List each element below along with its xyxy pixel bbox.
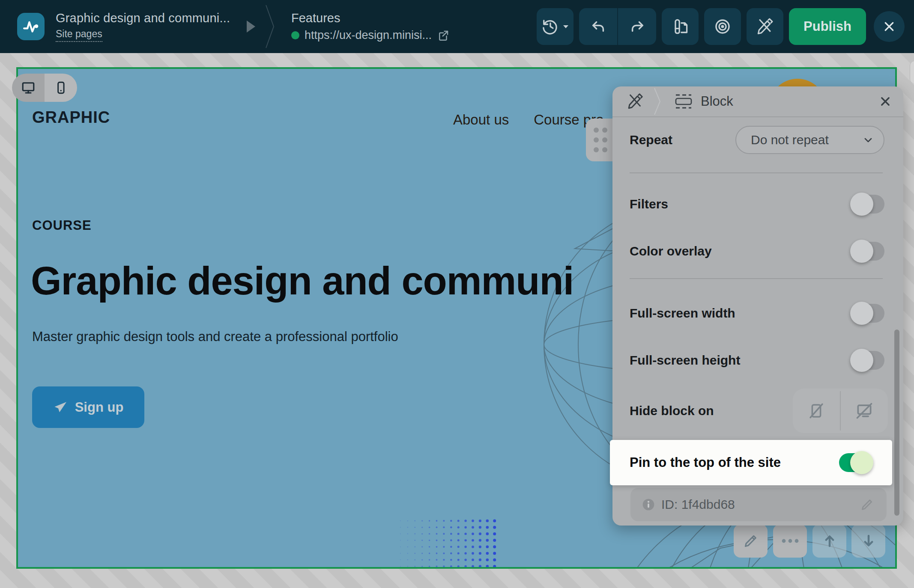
- hide-block-device-buttons: [793, 389, 888, 433]
- block-settings-panel: Block Repeat Do not repeat Filters Color…: [612, 86, 903, 526]
- external-link-icon[interactable]: [437, 29, 450, 42]
- history-icon: [541, 18, 559, 36]
- repeat-value: Do not repeat: [751, 133, 862, 147]
- panel-divider: [630, 278, 883, 279]
- design-tools-button[interactable]: [747, 8, 783, 45]
- block-icon: [673, 93, 694, 110]
- page-meta: Features https://ux-design.minisi...: [291, 11, 450, 42]
- sign-up-label: Sign up: [75, 400, 124, 415]
- panel-scrollbar[interactable]: [894, 330, 899, 516]
- page-name: Features: [291, 11, 450, 25]
- site-title: Graphic design and communi...: [56, 11, 244, 25]
- panel-breadcrumb-chevron-icon: [654, 87, 662, 116]
- redo-button[interactable]: [618, 8, 656, 45]
- undo-icon: [589, 18, 607, 36]
- fullscreen-width-row: Full-screen width: [630, 298, 884, 328]
- design-copy-icon: [671, 17, 690, 36]
- desktop-preview-button[interactable]: [12, 74, 45, 102]
- filters-label: Filters: [630, 197, 668, 211]
- color-overlay-toggle[interactable]: [852, 242, 884, 261]
- fullscreen-height-row: Full-screen height: [630, 345, 884, 375]
- dot-grid-decor: [400, 520, 496, 567]
- more-dots-icon: [781, 538, 800, 544]
- copy-style-button[interactable]: [662, 8, 699, 45]
- history-button[interactable]: [537, 8, 573, 45]
- fullscreen-height-label: Full-screen height: [630, 353, 740, 368]
- block-move-up-button[interactable]: [812, 524, 846, 558]
- info-icon: [642, 498, 655, 511]
- hero-kicker: COURSE: [32, 218, 92, 233]
- paper-plane-icon: [53, 400, 68, 415]
- block-move-down-button[interactable]: [851, 524, 885, 558]
- hero-subtitle[interactable]: Master graphic design tools and create a…: [32, 329, 398, 344]
- edit-id-pencil-icon[interactable]: [859, 497, 875, 512]
- hide-block-label: Hide block on: [630, 404, 714, 418]
- close-icon: [883, 20, 896, 33]
- device-preview-toggle: [12, 74, 77, 102]
- undo-redo-group: [579, 8, 656, 45]
- filters-row: Filters: [630, 189, 884, 219]
- hidden-panel-edge[interactable]: [910, 61, 914, 83]
- panel-title: Block: [701, 94, 733, 109]
- desktop-slash-icon: [855, 401, 874, 420]
- pin-to-top-toggle[interactable]: [839, 453, 872, 472]
- sign-up-button[interactable]: Sign up: [32, 386, 144, 428]
- repeat-row: Repeat Do not repeat: [630, 126, 884, 154]
- editor-close-button[interactable]: [874, 11, 905, 42]
- panel-divider: [630, 172, 883, 173]
- site-nav: About us Course pro: [453, 112, 604, 128]
- fullscreen-width-toggle[interactable]: [852, 304, 884, 323]
- design-tools-icon: [756, 17, 774, 36]
- site-meta: Graphic design and communi... Site pages: [56, 11, 244, 42]
- published-status-dot: [291, 31, 299, 39]
- app-logo[interactable]: [17, 13, 45, 40]
- editor-header: Graphic design and communi... Site pages…: [0, 0, 914, 53]
- block-id-text: ID: 1f4dbd68: [661, 497, 859, 512]
- arrow-down-icon: [861, 533, 876, 549]
- fullscreen-height-toggle[interactable]: [852, 351, 884, 370]
- breadcrumb-triangle-icon: [247, 21, 255, 33]
- pulse-logo-icon: [21, 17, 41, 36]
- pin-to-top-label: Pin to the top of the site: [630, 455, 839, 470]
- mobile-icon: [54, 80, 68, 95]
- desktop-icon: [21, 80, 36, 95]
- arrow-up-icon: [822, 533, 837, 549]
- publish-button[interactable]: Publish: [789, 8, 866, 45]
- site-pages-link[interactable]: Site pages: [56, 28, 102, 42]
- panel-close-button[interactable]: [879, 95, 891, 107]
- mobile-preview-button[interactable]: [45, 74, 77, 102]
- block-edit-button[interactable]: [734, 524, 768, 558]
- panel-header: Block: [612, 86, 903, 117]
- site-logo-text[interactable]: GRAPHIC: [32, 108, 110, 127]
- filters-toggle[interactable]: [852, 195, 884, 214]
- redo-icon: [628, 18, 646, 36]
- hero-heading[interactable]: Graphic design and communi: [31, 258, 573, 303]
- undo-button[interactable]: [579, 8, 617, 45]
- disc-icon: [713, 17, 732, 36]
- repeat-select[interactable]: Do not repeat: [735, 126, 884, 154]
- hide-on-mobile-button[interactable]: [793, 389, 840, 433]
- repeat-label: Repeat: [630, 133, 672, 147]
- tools-cross-icon[interactable]: [626, 92, 644, 110]
- block-more-button[interactable]: [773, 524, 807, 558]
- preview-disc-button[interactable]: [704, 8, 741, 45]
- color-overlay-row: Color overlay: [630, 236, 884, 266]
- mobile-slash-icon: [807, 402, 825, 420]
- caret-down-icon: [562, 24, 569, 29]
- page-url[interactable]: https://ux-design.minisi...: [305, 29, 432, 42]
- hide-on-desktop-button[interactable]: [841, 389, 888, 433]
- breadcrumb-chevron-icon: [265, 4, 276, 49]
- color-overlay-label: Color overlay: [630, 244, 712, 258]
- pin-to-top-row: Pin to the top of the site: [610, 440, 892, 485]
- nav-item-about-us[interactable]: About us: [453, 112, 509, 128]
- fullscreen-width-label: Full-screen width: [630, 306, 735, 321]
- edit-pencil-icon: [742, 532, 759, 549]
- chevron-down-icon: [862, 134, 874, 146]
- hide-block-row: Hide block on: [630, 389, 888, 433]
- block-id-row: ID: 1f4dbd68: [630, 488, 887, 521]
